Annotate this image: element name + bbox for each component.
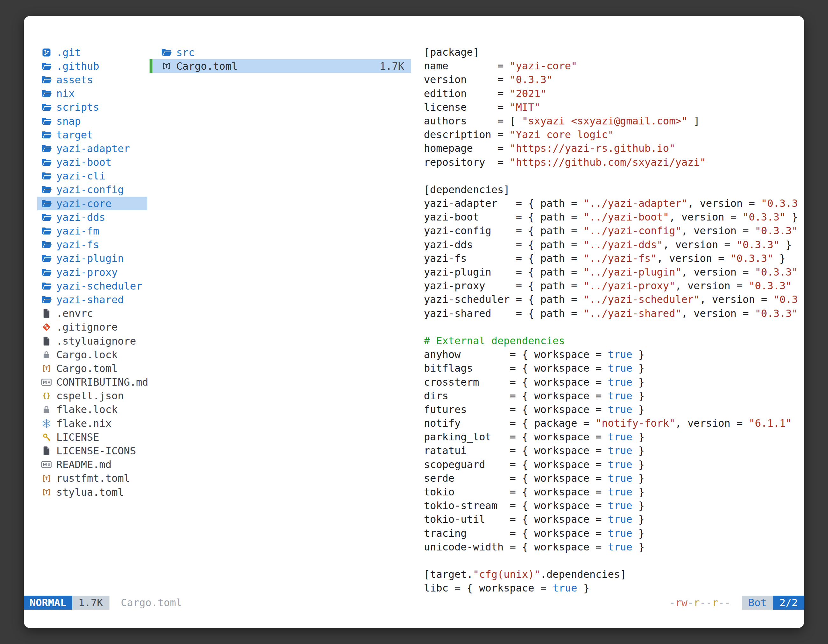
entry-name: nix	[56, 88, 75, 100]
folder-icon	[41, 294, 52, 305]
dir-row[interactable]: nix	[37, 87, 147, 100]
dir-row[interactable]: src	[149, 45, 411, 59]
code-line: [dependencies]	[424, 183, 798, 197]
file-row[interactable]: flake.nix	[37, 417, 147, 430]
entry-name: yazi-proxy	[56, 266, 118, 278]
dir-row[interactable]: yazi-dds	[37, 210, 147, 224]
entry-name: snap	[56, 115, 81, 127]
entry-name: yazi-config	[56, 183, 124, 196]
dir-row[interactable]: yazi-scheduler	[37, 279, 147, 293]
file-row[interactable]: .styluaignore	[37, 334, 147, 348]
dir-row[interactable]: yazi-core	[37, 197, 147, 210]
entry-name: .gitignore	[56, 321, 118, 333]
code-line: unicode-width = { workspace = true }	[424, 540, 798, 554]
dir-row[interactable]: yazi-adapter	[37, 142, 147, 155]
dir-row[interactable]: yazi-fs	[37, 238, 147, 252]
file-row[interactable]: .gitignore	[37, 320, 147, 334]
code-line: tokio-stream = { workspace = true }	[424, 499, 798, 512]
folder-icon	[41, 280, 52, 291]
dir-row[interactable]: target	[37, 128, 147, 142]
file-row[interactable]: CONTRIBUTING.md	[37, 376, 147, 389]
folder-icon	[41, 102, 52, 113]
markdown-icon	[41, 459, 52, 470]
dir-row[interactable]: yazi-config	[37, 183, 147, 197]
file-row[interactable]: README.md	[37, 458, 147, 472]
code-line: tracing = { workspace = true }	[424, 526, 798, 540]
folder-icon	[41, 198, 52, 209]
code-line: futures = { workspace = true }	[424, 403, 798, 417]
entry-name: LICENSE	[56, 431, 99, 443]
json-icon	[41, 390, 52, 401]
file-row[interactable]: LICENSE-ICONS	[37, 444, 147, 458]
dir-row[interactable]: snap	[37, 114, 147, 128]
folder-icon	[41, 226, 52, 237]
dir-row[interactable]: yazi-proxy	[37, 265, 147, 279]
code-line: version = "0.3.3"	[424, 73, 798, 86]
dir-row[interactable]: scripts	[37, 100, 147, 114]
code-line	[424, 554, 798, 568]
dir-row[interactable]: assets	[37, 73, 147, 86]
entry-name: rustfmt.toml	[56, 472, 130, 484]
file-row[interactable]: rustfmt.toml	[37, 472, 147, 485]
code-line: authors = [ "sxyazi <sxyazi@gmail.com>" …	[424, 114, 798, 128]
mode-badge: NORMAL	[24, 595, 72, 610]
git-repo-icon	[41, 47, 52, 58]
dir-row[interactable]: .git	[37, 45, 147, 59]
toml-icon	[41, 363, 52, 374]
entry-name: yazi-fm	[56, 225, 99, 237]
file-row[interactable]: Cargo.lock	[37, 348, 147, 362]
file-row[interactable]: cspell.json	[37, 389, 147, 403]
folder-icon	[41, 61, 52, 72]
dir-row[interactable]: .github	[37, 59, 147, 73]
entry-name: yazi-adapter	[56, 143, 130, 155]
entry-name: yazi-core	[56, 197, 111, 210]
toml-icon	[41, 487, 52, 498]
file-row[interactable]: LICENSE	[37, 430, 147, 444]
code-line: yazi-fs = { path = "../yazi-fs", version…	[424, 252, 798, 265]
code-line: [target."cfg(unix)".dependencies]	[424, 568, 798, 581]
lock-icon	[41, 349, 52, 360]
entry-name: .styluaignore	[56, 335, 136, 347]
code-line: edition = "2021"	[424, 87, 798, 100]
folder-icon	[41, 253, 52, 264]
toml-icon	[41, 473, 52, 484]
entry-name: src	[176, 47, 195, 58]
file-icon	[41, 445, 52, 456]
file-row[interactable]: Cargo.toml	[37, 362, 147, 375]
entry-name: stylua.toml	[56, 486, 124, 498]
dir-row[interactable]: yazi-fm	[37, 224, 147, 238]
code-line: parking_lot = { workspace = true }	[424, 430, 798, 444]
permission-segment: --	[718, 597, 731, 609]
status-bar: NORMAL 1.7K Cargo.toml -rw-r--r-- Bot 2/…	[24, 595, 804, 610]
dir-row[interactable]: yazi-shared	[37, 293, 147, 306]
dir-row[interactable]: yazi-cli	[37, 169, 147, 183]
entry-name: target	[56, 129, 93, 141]
entry-size: 1.7K	[380, 60, 411, 72]
code-line: crossterm = { workspace = true }	[424, 376, 798, 389]
permission-segment: r	[712, 597, 718, 609]
file-row[interactable]: .envrc	[37, 307, 147, 320]
file-row[interactable]: stylua.toml	[37, 485, 147, 499]
file-row[interactable]: flake.lock	[37, 403, 147, 417]
code-line: notify = { package = "notify-fork", vers…	[424, 417, 798, 430]
code-line: yazi-boot = { path = "../yazi-boot", ver…	[424, 210, 798, 224]
status-bar-left: NORMAL 1.7K Cargo.toml	[24, 595, 182, 610]
code-line	[424, 320, 798, 334]
selection-marker-bar	[149, 59, 152, 73]
entry-name: CONTRIBUTING.md	[56, 376, 148, 388]
entry-name: Cargo.lock	[56, 349, 118, 361]
file-permissions: -rw-r--r--	[669, 595, 731, 610]
dir-row[interactable]: yazi-boot	[37, 155, 147, 169]
code-line: homepage = "https://yazi-rs.github.io"	[424, 142, 798, 155]
code-line: serde = { workspace = true }	[424, 472, 798, 485]
dir-row[interactable]: yazi-plugin	[37, 252, 147, 265]
folder-icon	[41, 143, 52, 154]
code-line: bitflags = { workspace = true }	[424, 362, 798, 375]
nix-icon	[41, 418, 52, 429]
code-line: yazi-dds = { path = "../yazi-dds", versi…	[424, 238, 798, 252]
code-line: anyhow = { workspace = true }	[424, 348, 798, 362]
code-line: tokio-util = { workspace = true }	[424, 512, 798, 526]
code-line: repository = "https://github.com/sxyazi/…	[424, 155, 798, 169]
entry-name: yazi-dds	[56, 211, 105, 223]
file-row[interactable]: Cargo.toml1.7K	[149, 59, 411, 73]
